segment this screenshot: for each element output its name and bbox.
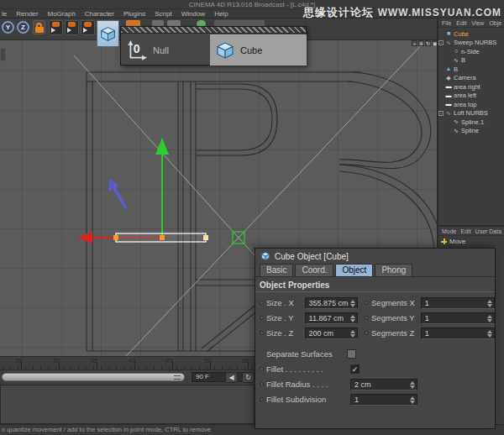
axis-lock-y-button[interactable]: Y [2, 21, 14, 34]
render-view-button[interactable] [49, 20, 63, 35]
cinema4d-window: CINEMA 4D R13.016 Broadcast - [L.c4d *] … [0, 0, 504, 435]
animation-dot[interactable] [260, 382, 264, 386]
timeline-transport: 90 F▸ ◀ ↻ [0, 370, 255, 385]
segments-field[interactable]: 1 [421, 312, 495, 324]
coordinate-lock-button[interactable] [33, 20, 45, 34]
dialog-tab[interactable]: Coord. [295, 264, 333, 276]
animation-dot[interactable] [260, 367, 264, 371]
stepper[interactable] [349, 299, 356, 308]
segments-field[interactable]: 1 [421, 328, 495, 339]
axis-lock-z-button[interactable]: Z [17, 21, 29, 34]
object-tree-item[interactable]: - ∿ Spline [438, 127, 504, 136]
render-icon [68, 22, 76, 27]
object-tree-item[interactable]: - ■ Cube [438, 29, 504, 39]
size-field[interactable]: 200 cm [305, 328, 358, 339]
am-menu-item[interactable]: User Data [475, 228, 502, 234]
object-type-icon: ■ [445, 30, 452, 37]
menu-item[interactable]: le [2, 10, 7, 18]
axis-x-handle [77, 232, 118, 244]
object-tree-item[interactable]: - ○ n-Side [438, 47, 504, 56]
loop-button[interactable]: ↻ [242, 372, 255, 383]
am-menu-item[interactable]: Edit [461, 228, 471, 234]
dialog-title: Cube Object [Cube] [275, 252, 349, 261]
om-menu-item[interactable]: Obje [489, 20, 501, 26]
goto-start-button[interactable]: ◀ [225, 372, 238, 383]
material-manager[interactable] [0, 385, 255, 424]
viewport-control-icon[interactable]: + [412, 40, 417, 46]
object-tree-item[interactable]: - ▬ area right [438, 82, 504, 92]
stepper[interactable] [486, 314, 493, 323]
object-tree-item[interactable]: - ∿ Spline.1 [438, 118, 504, 127]
object-tree-item[interactable]: - ▬ area left [438, 92, 504, 101]
menu-item[interactable]: Character [85, 10, 114, 18]
object-label: Loft NURBS [454, 109, 488, 117]
stepper[interactable] [349, 329, 356, 338]
menu-item[interactable]: Script [155, 10, 171, 18]
menu-item[interactable]: Plugins [123, 10, 145, 18]
timeline-ruler[interactable]: 25303540455055 [0, 357, 255, 370]
popup-item-cube[interactable]: Cube [210, 34, 307, 66]
dialog-title-row[interactable]: Cube Object [Cube] [255, 249, 495, 264]
animation-dot[interactable] [260, 397, 264, 401]
fillet-radius-field[interactable]: 2 cm [350, 379, 417, 390]
expander-icon[interactable]: - [438, 40, 444, 45]
animation-dot[interactable] [365, 331, 369, 335]
object-tree-item[interactable]: - ∿ Loft NURBS [438, 109, 504, 118]
timeline-slider[interactable] [2, 373, 185, 381]
fillet-checkbox[interactable]: ✓ [350, 364, 360, 374]
viewport-control-icon[interactable]: ↻ [425, 40, 431, 46]
object-tree-item[interactable]: - ◆ Camera [438, 74, 504, 83]
separate-surfaces-checkbox[interactable] [347, 349, 356, 359]
stepper[interactable] [409, 396, 416, 405]
object-label: n-Side [461, 48, 480, 55]
cube-object [113, 233, 208, 242]
animation-dot[interactable] [365, 316, 369, 320]
viewport-control-icon[interactable]: ⊕ [418, 40, 424, 46]
stepper[interactable] [486, 299, 493, 308]
dialog-tab[interactable]: Phong [375, 264, 412, 276]
render-settings-button[interactable] [81, 20, 95, 35]
popup-item-null[interactable]: 0 Null [121, 34, 209, 66]
object-tree-item[interactable]: - ▲ B [438, 65, 504, 74]
object-type-icon: ▬ [445, 83, 452, 90]
size-field[interactable]: 11.867 cm [305, 312, 358, 324]
animation-dot[interactable] [260, 316, 264, 320]
ruler-labels: 25303540455055 [15, 358, 280, 364]
animation-dot[interactable] [260, 301, 264, 305]
cube-object-dialog: Cube Object [Cube] BasicCoord.ObjectPhon… [255, 248, 496, 429]
add-cube-button[interactable] [97, 20, 119, 47]
left-palette-fragment [0, 48, 6, 61]
stepper[interactable] [409, 380, 416, 390]
om-menu-item[interactable]: View [471, 20, 484, 26]
popup-null-label: Null [153, 45, 169, 55]
stepper[interactable] [486, 329, 493, 338]
object-tree-item[interactable]: - ∿ B [438, 56, 504, 66]
separate-surfaces-label: Separate Surfaces [266, 349, 347, 359]
object-tree-item[interactable]: - ∿ Sweep NURBS [438, 39, 504, 48]
dialog-tab[interactable]: Object [335, 264, 373, 276]
object-type-icon: ∿ [453, 128, 459, 134]
menu-item[interactable]: MoGraph [47, 10, 75, 18]
object-label: area right [454, 83, 480, 91]
segments-field[interactable]: 1 [421, 297, 495, 309]
animation-dot[interactable] [365, 301, 369, 305]
menu-item[interactable]: Render [16, 10, 38, 18]
animation-dot[interactable] [260, 331, 264, 335]
expander-icon[interactable]: - [438, 111, 444, 116]
size-field[interactable]: 355.875 cm [305, 297, 358, 309]
end-frame-field[interactable]: 90 F▸ [192, 372, 249, 382]
frame-number: 35 [91, 358, 129, 364]
menu-item[interactable]: Help [214, 10, 228, 18]
stepper[interactable] [349, 314, 356, 323]
om-menu-item[interactable]: Edit [456, 20, 466, 26]
object-label: Spline [461, 127, 479, 134]
object-tree-item[interactable]: - ▬ area top [438, 100, 504, 109]
om-menu-item[interactable]: File [442, 20, 451, 26]
render-picture-viewer-button[interactable] [65, 20, 79, 35]
am-menu-item[interactable]: Mode [442, 228, 457, 234]
popup-drag-handle[interactable] [121, 27, 306, 34]
fillet-subdivision-field[interactable]: 1 [350, 394, 417, 406]
viewport-control-icon[interactable]: ▣ [432, 40, 437, 46]
menu-item[interactable]: Window [181, 10, 205, 18]
dialog-tab[interactable]: Basic [260, 264, 293, 276]
